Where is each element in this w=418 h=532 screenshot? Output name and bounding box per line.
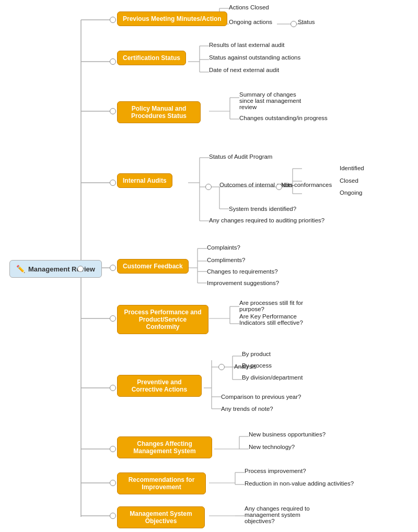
non-conformances-collapse[interactable]: [276, 184, 282, 190]
branch-policy-manual[interactable]: Policy Manual and Procedures Status: [117, 101, 201, 123]
pencil-icon: ✏️: [16, 265, 25, 273]
customer-feedback-collapse[interactable]: [110, 265, 116, 271]
leaf-date-next: Date of next external audit: [209, 67, 279, 73]
branch-process-performance[interactable]: Process Performance and Product/Service …: [117, 305, 208, 334]
leaf-process-improvement: Process improvement?: [245, 468, 306, 474]
leaf-changes-outstanding: Changes outstanding/in progress: [239, 115, 328, 121]
leaf-by-division: By division/department: [242, 374, 303, 381]
branch-cert-status[interactable]: Certification Status: [117, 51, 186, 65]
leaf-audit-program: Status of Audit Program: [209, 153, 272, 160]
analysis-collapse[interactable]: [218, 364, 225, 370]
branch-prev-meeting[interactable]: Previous Meeting Minutes/Action: [117, 11, 227, 26]
leaf-new-business: New business opportunities?: [249, 431, 326, 438]
leaf-complaints: Complaints?: [207, 244, 240, 251]
internal-audits-collapse[interactable]: [110, 180, 116, 186]
leaf-any-trends: Any trends of note?: [221, 406, 273, 412]
leaf-identified: Identified: [340, 165, 364, 171]
leaf-changes-req: Changes to requirements?: [207, 268, 278, 275]
leaf-any-changes-audit: Any changes required to auditing priorit…: [209, 217, 324, 223]
branch-recommendations[interactable]: Recommendations for Improvement: [117, 472, 206, 494]
leaf-new-tech: New technology?: [249, 444, 295, 450]
process-performance-collapse[interactable]: [110, 315, 116, 322]
branch-internal-audits[interactable]: Internal Audits: [117, 173, 172, 188]
leaf-ongoing: Ongoing: [340, 190, 362, 196]
branch-mgmt-objectives[interactable]: Management System Objectives: [117, 506, 205, 528]
outcomes-collapse[interactable]: [205, 184, 212, 190]
root-node[interactable]: ✏️ Management Review: [9, 260, 102, 278]
changes-mgmt-collapse[interactable]: [110, 446, 116, 452]
leaf-system-trends: System trends identified?: [229, 206, 296, 212]
leaf-closed: Closed: [340, 178, 358, 184]
branch-changes-mgmt[interactable]: Changes Affecting Management System: [117, 436, 212, 458]
root-collapse-circle[interactable]: [77, 266, 84, 272]
mindmap-container: ✏️ Management Review Previous Meeting Mi…: [0, 0, 418, 532]
leaf-non-conformances: Non-conformances: [281, 182, 332, 188]
policy-manual-collapse[interactable]: [110, 108, 116, 114]
leaf-by-process: By process: [242, 362, 272, 369]
leaf-status: Status: [298, 19, 315, 25]
leaf-changes-mgmt-objectives: Any changes required to management syste…: [245, 505, 312, 524]
mgmt-objectives-collapse[interactable]: [110, 513, 116, 519]
cert-status-collapse[interactable]: [110, 58, 116, 65]
leaf-summary-changes: Summary of changes since last management…: [239, 91, 307, 110]
root-label: Management Review: [28, 265, 95, 273]
prev-meeting-collapse[interactable]: [110, 17, 116, 23]
preventive-corrective-collapse[interactable]: [110, 385, 116, 391]
leaf-actions-closed: Actions Closed: [229, 4, 269, 10]
leaf-ongoing-actions: Ongoing actions: [229, 19, 272, 25]
leaf-kpi-effective: Are Key Performance Indicators still eff…: [239, 313, 307, 326]
leaf-non-value: Reduction in non-value adding activities…: [245, 480, 354, 487]
leaf-improvement-suggestions: Improvement suggestions?: [207, 280, 279, 286]
leaf-last-external: Results of last external audit: [209, 42, 284, 48]
leaf-status-outstanding: Status against outstanding actions: [209, 54, 300, 61]
recommendations-collapse[interactable]: [110, 480, 116, 486]
branch-preventive-corrective[interactable]: Preventive and Corrective Actions: [117, 375, 202, 397]
branch-customer-feedback[interactable]: Customer Feedback: [117, 259, 189, 274]
leaf-comparison: Comparison to previous year?: [221, 394, 301, 400]
leaf-compliments: Compliments?: [207, 257, 246, 263]
leaf-processes-fit: Are processes still fit for purpose?: [239, 300, 307, 312]
leaf-by-product: By product: [242, 351, 271, 357]
ongoing-actions-collapse[interactable]: [291, 21, 297, 27]
